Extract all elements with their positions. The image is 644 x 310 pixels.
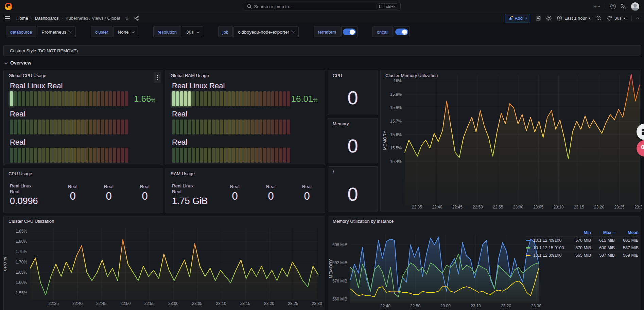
chevron-down-icon [69, 30, 72, 33]
row-custom-style[interactable]: Custom Style (DO NOT REMOVE) [3, 45, 641, 56]
time-range-picker[interactable]: Last 1 hour [557, 16, 591, 21]
cluster-select[interactable]: None [113, 26, 138, 37]
gauge-segment [69, 120, 73, 134]
panel-title[interactable]: CPU [333, 73, 342, 78]
panel-title[interactable]: / [333, 169, 334, 175]
panel-title[interactable]: Global CPU Usage [8, 73, 46, 78]
breadcrumb-home[interactable]: Home [16, 16, 28, 21]
gauge-segment [109, 148, 112, 163]
stat-cell: Real0 [127, 181, 163, 211]
terraform-toggle[interactable] [343, 29, 356, 35]
save-dashboard-icon[interactable] [536, 16, 541, 21]
gauge-segment [69, 91, 73, 106]
led-gauge[interactable] [172, 120, 290, 134]
gauge-segment [251, 91, 255, 106]
gauge-segment [271, 91, 275, 106]
gauge-segment [236, 120, 239, 134]
legend-max-value: 600 MiB [594, 245, 615, 250]
search-input[interactable] [254, 4, 377, 9]
panel-title[interactable]: RAM Usage [171, 171, 195, 176]
grafana-logo[interactable] [5, 3, 12, 10]
legend-column-max[interactable]: Max [594, 230, 615, 235]
gauge-segment [62, 120, 65, 134]
menu-icon[interactable] [5, 16, 10, 20]
datasource-select[interactable]: Prometheus [37, 26, 76, 37]
stat-value: 1.75 GiB [172, 196, 208, 206]
news-icon[interactable] [621, 4, 626, 9]
gauge-segment [26, 148, 29, 163]
bar-gauge-list: Real Linux Real1.66%RealReal [10, 82, 158, 166]
legend-header-row: MinMaxMean [526, 229, 639, 236]
panel-title[interactable]: Global RAM Usage [171, 73, 209, 78]
led-gauge[interactable] [10, 91, 128, 106]
time-series-chart[interactable]: 22:3522:4022:4522:5022:5523:0023:0523:10… [4, 216, 325, 310]
y-tick-label: 15.4% [390, 159, 402, 164]
stat-group: Real Linux Real1.75 GiBReal0Real0Real0 [166, 181, 325, 211]
variable-cluster: cluster None [91, 26, 138, 37]
stat-cell: Real0 [91, 181, 127, 211]
gauge-segment [220, 120, 223, 134]
help-icon[interactable]: ? [610, 4, 616, 9]
time-series-chart[interactable]: 22:3522:4022:4522:5022:5523:0023:0523:10… [381, 70, 641, 211]
zoom-out-icon[interactable] [596, 16, 602, 21]
gauge-segment [121, 91, 124, 106]
legend-column-min[interactable]: Min [570, 230, 591, 235]
gauge-segment [267, 91, 271, 106]
toolbar-controls: Add Last 1 hour 30s [505, 14, 639, 22]
led-gauge[interactable] [10, 148, 128, 163]
add-button[interactable]: Add [505, 14, 530, 22]
led-gauge[interactable] [172, 148, 290, 163]
panel-title[interactable]: Cluster CPU Utilization [8, 219, 54, 224]
y-tick-label: 1.80% [16, 239, 27, 244]
y-tick-label: 1.70% [16, 260, 27, 265]
new-button[interactable]: + [593, 3, 600, 9]
legend-series-name[interactable]: 10.1.12.3:9100 [526, 253, 567, 258]
gauge-segment [81, 148, 85, 163]
panel-root-filesystem-stat: / 0 [328, 166, 378, 212]
gauge-segment [97, 91, 101, 106]
panel-menu-icon[interactable] [154, 72, 161, 83]
gauge-segment [53, 91, 57, 106]
x-tick-label: 22:35 [49, 301, 59, 306]
gauge-segment [224, 91, 227, 106]
share-icon[interactable] [134, 16, 139, 21]
oncall-toggle[interactable] [395, 29, 408, 35]
y-tick-label: 15.6% [390, 132, 402, 137]
x-tick-label: 23:20 [264, 301, 274, 306]
settings-gear-icon[interactable] [546, 16, 552, 21]
legend-column-mean[interactable]: Mean [617, 230, 639, 235]
panel-title[interactable]: Memory [333, 121, 349, 126]
favorite-star-icon[interactable]: ☆ [125, 15, 129, 21]
variable-resolution: resolution 30s [153, 26, 203, 37]
series-label: 10.1.12.4:9100 [533, 238, 561, 243]
variable-value: None [118, 30, 128, 35]
led-gauge[interactable] [10, 120, 128, 134]
resolution-select[interactable]: 30s [182, 26, 203, 37]
kiosk-caret-icon[interactable] [637, 17, 639, 19]
row-overview[interactable]: Overview [5, 58, 31, 67]
stat-value: 0 [347, 183, 358, 205]
panel-title[interactable]: Cluster Memory Utilization [385, 73, 438, 78]
panel-title[interactable]: Memory Utilization by instance [333, 219, 394, 224]
gauge-segment [26, 91, 29, 106]
refresh-picker[interactable]: 30s [607, 16, 626, 21]
x-tick-label: 23:30 [634, 205, 642, 209]
x-tick-label: 22:40 [432, 205, 442, 209]
panel-title[interactable]: CPU Usage [8, 171, 32, 176]
gauge-segment [53, 148, 57, 163]
job-select[interactable]: oldboyedu-node-exporter [233, 26, 299, 37]
gauge-label: Real Linux Real [172, 82, 320, 90]
gauge-segment [113, 148, 116, 163]
gauge-segment [180, 148, 183, 163]
led-gauge[interactable] [172, 91, 290, 106]
legend-series-name[interactable]: 10.1.12.15:9100 [526, 245, 567, 250]
sort-chevron-icon [612, 231, 615, 234]
bar-gauge [172, 148, 320, 163]
panel-cpu-stat: CPU 0 [328, 70, 378, 115]
user-avatar[interactable] [631, 2, 639, 11]
gauge-segment [113, 120, 116, 134]
breadcrumb-dashboards[interactable]: Dashboards [35, 16, 59, 21]
add-button-label: Add [515, 16, 523, 21]
legend-series-name[interactable]: 10.1.12.4:9100 [526, 238, 567, 243]
search-box[interactable]: ctrl+k [244, 2, 401, 11]
